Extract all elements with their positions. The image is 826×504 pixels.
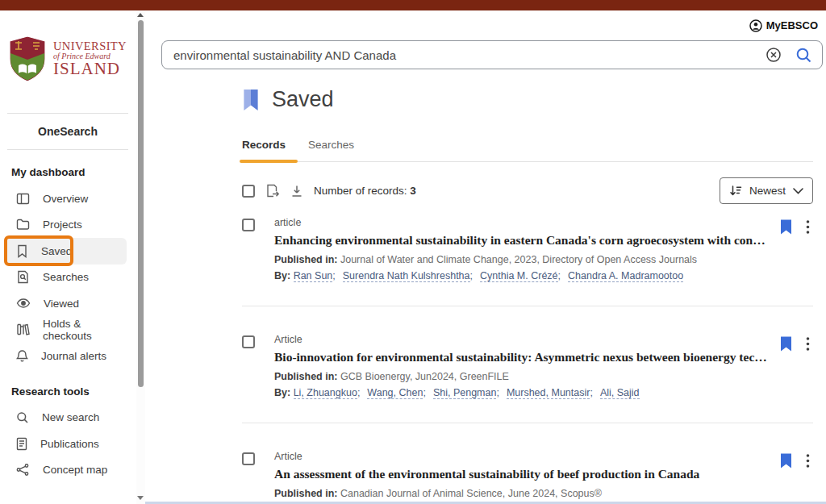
page-title: Saved [272, 87, 334, 112]
author-link[interactable]: Murshed, Muntasir [507, 387, 590, 399]
sidebar-item-concept-map[interactable]: Concept map [6, 457, 127, 484]
sidebar-item-label: Concept map [43, 464, 107, 476]
research-tools-menu: New search Publications Concept map [0, 405, 136, 484]
saved-bookmark-icon [242, 89, 260, 111]
main-content: MyEBSCO Saved Records Searches [145, 10, 826, 504]
search-submit-icon[interactable] [795, 47, 812, 64]
myebsco-button[interactable]: MyEBSCO [766, 19, 818, 31]
author-link[interactable]: Ali, Sajid [600, 387, 640, 399]
author-link[interactable]: Cynthia M. Crézé [480, 270, 558, 282]
published-in-label: Published in: [274, 254, 337, 265]
author-link[interactable]: Surendra Nath Kulshreshtha [343, 270, 470, 282]
author-link[interactable]: Li, Zhuangkuo [294, 387, 357, 399]
sort-selected-value: Newest [749, 185, 786, 197]
search-input[interactable] [173, 48, 766, 62]
search-icon [16, 411, 29, 424]
record-item: Article An assessment of the environment… [242, 423, 813, 504]
more-options-icon[interactable] [806, 336, 810, 352]
page-icon [16, 437, 27, 451]
sidebar-item-publications[interactable]: Publications [6, 431, 127, 457]
published-in-value: Journal of Water and Climate Change, 202… [340, 254, 697, 265]
author-link[interactable]: Ran Sun [294, 270, 333, 282]
tab-searches[interactable]: Searches [308, 139, 354, 161]
page-header: Saved [242, 87, 813, 112]
records-count-label: Number of records: [314, 185, 407, 197]
record-checkbox[interactable] [242, 335, 255, 348]
record-actions [780, 219, 810, 235]
records-toolbar: Number of records: 3 Newest [242, 177, 813, 204]
sidebar-item-overview[interactable]: Overview [6, 185, 127, 212]
tab-records[interactable]: Records [242, 139, 286, 161]
record-published-line: Published in: Canadian Journal of Animal… [274, 487, 769, 502]
bookmark-icon [16, 244, 28, 258]
more-options-icon[interactable] [806, 453, 810, 469]
author-separator: ; [558, 270, 561, 281]
sidebar-item-label: Holds & checkouts [43, 318, 127, 342]
sidebar-item-new-search[interactable]: New search [6, 405, 127, 431]
sidebar-item-label: Journal alerts [41, 350, 106, 362]
upei-logo[interactable]: UNIVERSITY of Prince Edward ISLAND [8, 35, 131, 83]
select-all-checkbox[interactable] [242, 185, 255, 198]
author-link[interactable]: Chandra A. Madramootoo [568, 270, 683, 282]
author-separator: ; [470, 270, 473, 281]
chevron-down-icon [793, 188, 803, 194]
record-body: Article An assessment of the environment… [274, 450, 769, 503]
author-link[interactable]: Shi, Pengman [433, 387, 497, 399]
record-title-link[interactable]: Enhancing environmental sustainability i… [274, 231, 769, 249]
record-published-line: Published in: Journal of Water and Clima… [274, 253, 769, 268]
scroll-down-arrow[interactable] [137, 496, 144, 500]
upei-logo-text: UNIVERSITY of Prince Edward ISLAND [53, 40, 127, 77]
by-label: By: [274, 270, 290, 281]
sidebar-item-holds-checkouts[interactable]: Holds & checkouts [6, 317, 127, 344]
sidebar-item-label: Searches [43, 271, 89, 283]
sidebar: UNIVERSITY of Prince Edward ISLAND OneSe… [0, 10, 136, 504]
record-type: Article [274, 450, 769, 463]
author-separator: ; [357, 387, 360, 398]
clear-search-icon[interactable] [766, 47, 782, 63]
record-title-link[interactable]: An assessment of the environmental susta… [274, 465, 769, 483]
scroll-up-arrow[interactable] [137, 13, 144, 17]
eye-icon [16, 298, 31, 309]
record-checkbox[interactable] [242, 219, 255, 231]
records-count: Number of records: 3 [314, 185, 416, 197]
record-item: article Enhancing environmental sustaina… [242, 205, 813, 306]
sidebar-item-label: Projects [43, 219, 82, 231]
sidebar-item-searches[interactable]: Searches [6, 264, 127, 291]
sidebar-item-viewed[interactable]: Viewed [6, 290, 127, 317]
sidebar-scrollbar[interactable] [136, 10, 145, 504]
sidebar-item-saved[interactable]: Saved [6, 238, 127, 264]
scrollbar-thumb[interactable] [138, 20, 144, 387]
bookmark-saved-icon[interactable] [780, 336, 792, 352]
record-title-link[interactable]: Bio-innovation for environmental sustain… [274, 348, 769, 366]
published-in-label: Published in: [274, 371, 337, 382]
author-separator: ; [496, 387, 499, 398]
download-icon[interactable] [290, 185, 303, 198]
by-label: By: [274, 387, 290, 398]
author-link[interactable]: Wang, Chen [367, 387, 423, 399]
published-in-value: GCB Bioenergy, Jun2024, GreenFILE [340, 371, 509, 382]
logo-line-3: ISLAND [53, 60, 127, 77]
folder-icon [16, 218, 30, 231]
bookmark-saved-icon[interactable] [780, 219, 792, 235]
sidebar-item-label: Viewed [44, 298, 79, 310]
bookmark-saved-icon[interactable] [780, 453, 792, 469]
records-list: article Enhancing environmental sustaina… [242, 205, 813, 504]
records-count-value: 3 [410, 185, 416, 197]
bell-icon [16, 349, 28, 363]
sidebar-item-journal-alerts[interactable]: Journal alerts [6, 343, 127, 369]
more-options-icon[interactable] [806, 219, 810, 235]
sidebar-item-projects[interactable]: Projects [6, 212, 127, 239]
author-separator: ; [423, 387, 425, 398]
books-icon [16, 323, 30, 336]
tab-bar: Records Searches [242, 139, 813, 162]
document-search-icon [16, 270, 30, 284]
sort-dropdown[interactable]: Newest [720, 177, 813, 204]
account-row: MyEBSCO [145, 10, 826, 33]
record-authors-line: By: Li, Zhuangkuo;Wang, Chen;Shi, Pengma… [274, 386, 769, 401]
record-checkbox[interactable] [242, 452, 255, 465]
sort-order-icon [729, 185, 742, 197]
sidebar-item-label: Publications [40, 438, 99, 450]
sidebar-item-label: Saved [41, 245, 72, 257]
sidebar-item-label: Overview [43, 193, 88, 205]
export-icon[interactable] [265, 184, 280, 198]
